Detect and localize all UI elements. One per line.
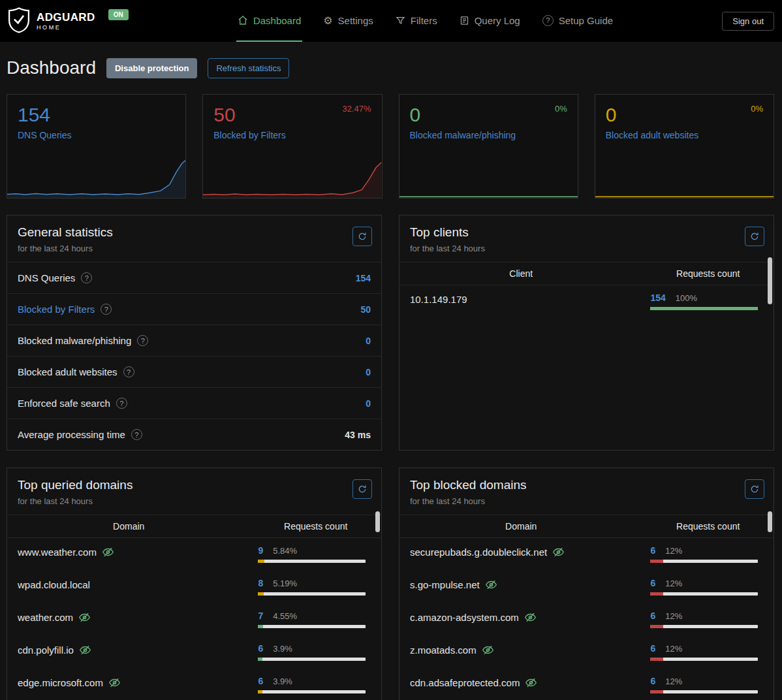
scrollbar-thumb[interactable] (375, 511, 380, 532)
top-clients-panel: Top clients for the last 24 hours Client… (399, 215, 774, 451)
refresh-panel-button[interactable] (352, 227, 372, 246)
filter-icon (396, 16, 405, 25)
request-count: 6 (650, 643, 655, 654)
domain-name[interactable]: z.moatads.com (410, 644, 477, 656)
stat-card-blocked-filters: 50 Blocked by Filters 32.47% (202, 94, 382, 199)
scrollbar-thumb[interactable] (768, 511, 772, 532)
stat-card-percent: 0% (555, 104, 567, 114)
progress-bar (650, 690, 758, 693)
table-row-client[interactable]: 10.1.149.179 154 100% (399, 285, 774, 318)
stat-row-dns-queries: DNS Queries ? 154 (7, 262, 381, 293)
help-icon[interactable]: ? (131, 429, 142, 440)
client-cell[interactable]: 10.1.149.179 (399, 294, 642, 305)
request-count: 154 (650, 293, 665, 303)
refresh-statistics-button[interactable]: Refresh statistics (208, 58, 289, 78)
refresh-panel-button[interactable] (745, 227, 764, 246)
scrollbar-thumb[interactable] (768, 257, 772, 304)
general-statistics-panel: General statistics for the last 24 hours… (7, 215, 382, 451)
column-header-requests[interactable]: Requests count (250, 521, 381, 532)
table-row-domain[interactable]: www.weather.com 95.84% (7, 538, 381, 571)
column-header-domain[interactable]: Domain (399, 521, 642, 532)
table-row-domain[interactable]: cdn.polyfill.io 63.9% (7, 636, 381, 669)
stat-row-label: Blocked malware/phishing (18, 335, 131, 346)
progress-bar (258, 625, 366, 628)
request-percent: 12% (665, 611, 682, 621)
stat-card-label[interactable]: Blocked by Filters (213, 130, 371, 140)
help-icon[interactable]: ? (116, 398, 127, 409)
top-blocked-domains-panel: Top blocked domains for the last 24 hour… (399, 468, 774, 700)
sparkline-chart (399, 157, 578, 198)
stat-card-label[interactable]: DNS Queries (18, 130, 175, 140)
domain-name[interactable]: c.amazon-adsystem.com (410, 612, 519, 623)
brand-sub: HOME (37, 25, 95, 31)
sparkline-chart (595, 157, 774, 198)
domain-name[interactable]: cdn.polyfill.io (18, 644, 74, 656)
panel-subtitle: for the last 24 hours (410, 496, 763, 506)
stat-card-blocked-malware: 0 Blocked malware/phishing 0% (399, 94, 578, 199)
table-row-domain[interactable]: wpad.cloud.local 85.19% (7, 571, 381, 603)
column-header-requests[interactable]: Requests count (642, 268, 774, 279)
request-percent: 3.9% (273, 676, 292, 686)
panel-title: General statistics (18, 225, 371, 240)
help-icon[interactable]: ? (137, 335, 148, 346)
disable-protection-button[interactable]: Disable protection (106, 58, 197, 78)
progress-bar (650, 625, 758, 628)
progress-bar (258, 658, 366, 661)
request-percent: 5.84% (273, 546, 297, 556)
nav-item-dashboard[interactable]: Dashboard (236, 0, 302, 42)
domain-name[interactable]: edge.microsoft.com (18, 677, 103, 688)
stat-row-blocked-malware: Blocked malware/phishing ? 0 (7, 325, 381, 356)
domain-name[interactable]: s.go-mpulse.net (410, 579, 480, 590)
table-header: Domain Requests count (399, 515, 774, 538)
stat-card-label[interactable]: Blocked adult websites (606, 130, 763, 140)
nav-item-query-log[interactable]: Query Log (458, 0, 522, 42)
progress-bar (258, 592, 366, 596)
gear-icon: ⚙ (323, 14, 332, 27)
requests-cell: 154 100% (642, 293, 774, 310)
table-row-domain[interactable]: z.moatads.com 612% (399, 636, 774, 669)
stat-row-value: 0 (366, 336, 371, 346)
table-row-domain[interactable]: securepubads.g.doubleclick.net 612% (399, 538, 774, 571)
nav-item-setup-guide[interactable]: ? Setup Guide (541, 0, 614, 42)
column-header-client[interactable]: Client (399, 268, 642, 279)
request-count: 6 (650, 611, 655, 621)
panel-title: Top clients (410, 225, 763, 240)
request-percent: 12% (665, 579, 682, 588)
progress-bar (650, 307, 758, 310)
progress-bar (258, 560, 366, 563)
stat-card-label[interactable]: Blocked malware/phishing (410, 130, 567, 140)
help-icon[interactable]: ? (123, 366, 134, 377)
table-row-domain[interactable]: edge.microsoft.com 63.9% (7, 669, 381, 700)
column-header-domain[interactable]: Domain (7, 521, 250, 532)
table-row-domain[interactable]: cdn.adsafeprotected.com 612% (399, 669, 774, 700)
refresh-panel-button[interactable] (352, 479, 372, 499)
table-row-domain[interactable]: s.go-mpulse.net 612% (399, 571, 774, 603)
progress-bar-fill (258, 625, 262, 628)
stat-row-label[interactable]: Blocked by Filters (18, 304, 95, 315)
refresh-icon (358, 485, 367, 494)
domain-name[interactable]: securepubads.g.doubleclick.net (410, 547, 547, 558)
domain-name[interactable]: cdn.adsafeprotected.com (410, 677, 520, 688)
request-percent: 12% (665, 676, 682, 686)
stat-card-value: 154 (18, 104, 175, 127)
help-icon[interactable]: ? (81, 272, 92, 283)
domain-name[interactable]: www.weather.com (18, 547, 97, 558)
sign-out-button[interactable]: Sign out (722, 12, 774, 31)
nav-item-settings[interactable]: ⚙ Settings (322, 0, 375, 42)
table-row-domain[interactable]: c.amazon-adsystem.com 612% (399, 603, 774, 636)
refresh-panel-button[interactable] (745, 479, 764, 499)
stat-row-value: 154 (356, 273, 371, 283)
column-header-requests[interactable]: Requests count (642, 521, 774, 532)
domain-name[interactable]: wpad.cloud.local (18, 579, 90, 590)
table-row-domain[interactable]: weather.com 74.55% (7, 603, 381, 636)
nav-item-filters[interactable]: Filters (394, 0, 439, 42)
nav-label: Dashboard (253, 15, 301, 26)
help-icon[interactable]: ? (101, 304, 112, 315)
progress-bar-fill (650, 592, 663, 596)
domain-name[interactable]: weather.com (18, 612, 73, 623)
progress-bar (650, 592, 758, 596)
progress-bar-fill (650, 560, 663, 563)
sparkline-chart (203, 157, 381, 198)
request-percent: 4.55% (273, 611, 297, 621)
brand[interactable]: ADGUARD HOME ON (8, 7, 129, 35)
